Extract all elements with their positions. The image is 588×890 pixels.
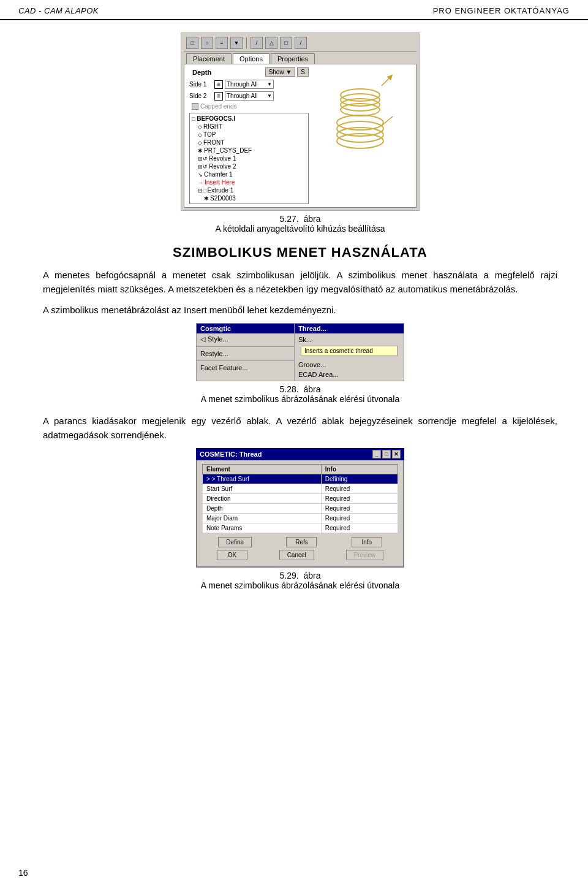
tree-item-front[interactable]: ◇FRONT <box>198 139 306 146</box>
tool-icon-rect[interactable]: □ <box>186 37 198 49</box>
tree-item-insert[interactable]: →Insert Here <box>198 178 306 186</box>
thread-panel: Thread... Sk... Inserts a cosmetic threa… <box>295 324 404 381</box>
sk-label: Sk... <box>298 336 312 343</box>
groove-item[interactable]: Groove... <box>295 360 404 370</box>
table-row[interactable]: Note ParamsRequired <box>203 523 398 533</box>
tool-icon-lines[interactable]: ≡ <box>216 37 228 49</box>
style-icon: ◁ <box>200 335 205 343</box>
info-cell: Required <box>321 514 398 523</box>
paragraph-1: A menetes befogócsapnál a menetet csak s… <box>43 268 557 297</box>
tool-icon-dropdown[interactable]: ▼ <box>230 37 243 49</box>
restyle-item[interactable]: Restyle... <box>197 348 294 359</box>
cancel-button[interactable]: Cancel <box>279 550 314 560</box>
side2-arrow: ▼ <box>267 93 272 99</box>
figure-2-menu: Cosmgtic ◁ Style... Restyle... Facet Fea… <box>196 323 404 381</box>
element-cell: Depth <box>203 504 322 514</box>
refs-button[interactable]: Refs <box>286 537 317 547</box>
capped-ends-label: Capped ends <box>200 103 237 110</box>
revolve1-icon: ⊞↺ <box>198 156 208 162</box>
fig3-body: Element Info > Thread SurfDefining Start… <box>196 460 404 568</box>
fig1-toolbar: □ ○ ≡ ▼ / △ □ / <box>184 36 417 51</box>
fig2-caption-text: A menet szimbolikus ábrázolásának elérés… <box>201 394 400 404</box>
thread-tooltip: Inserts a cosmetic thread <box>301 346 398 356</box>
tree-item-right[interactable]: ◇RIGHT <box>198 123 306 131</box>
tool-icon-circle[interactable]: ○ <box>201 37 213 49</box>
sk-item[interactable]: Sk... Inserts a cosmetic thread <box>295 335 404 360</box>
fig1-left-panel: Depth Show ▼ S Side 1 ⊞ Through All ▼ <box>189 67 309 204</box>
col-info-header: Info <box>321 465 398 474</box>
table-row[interactable]: DepthRequired <box>203 504 398 514</box>
paragraph-2: A szimbolikus menetábrázolást az Insert … <box>43 303 557 317</box>
tree-item-revolve2[interactable]: ⊞↺Revolve 2 <box>198 162 306 170</box>
tree-item-s2d[interactable]: ✱S2D0003 <box>204 194 306 202</box>
tool-icon-slash2[interactable]: / <box>295 37 307 49</box>
side2-dropdown[interactable]: Through All ▼ <box>225 91 274 101</box>
fig1-caption-num: 5.27. <box>280 214 299 224</box>
element-cell: Note Params <box>203 523 322 533</box>
table-row[interactable]: > Thread SurfDefining <box>203 474 398 484</box>
tree-item-chamfer[interactable]: ↘Chamfer 1 <box>198 170 306 178</box>
side2-row: Side 2 ⊞ Through All ▼ <box>189 91 309 101</box>
extrude-icon: ⊟□ <box>198 188 206 194</box>
tree-item-csys[interactable]: ✱PRT_CSYS_DEF <box>198 146 306 154</box>
preview-button[interactable]: Preview <box>346 550 384 560</box>
s-button[interactable]: S <box>297 67 309 77</box>
fig3-title-buttons: _ □ ✕ <box>372 450 401 458</box>
element-cell: Direction <box>203 494 322 504</box>
info-cell: Required <box>321 484 398 494</box>
figure-3-container: COSMETIC: Thread _ □ ✕ Element Info <box>43 448 557 590</box>
menu-sep1 <box>197 346 294 347</box>
fig1-right-panel <box>309 67 411 204</box>
ok-button[interactable]: OK <box>217 550 247 560</box>
capped-ends-checkbox[interactable] <box>192 103 198 110</box>
table-row[interactable]: Major DiamRequired <box>203 514 398 523</box>
side2-label: Side 2 <box>189 93 213 99</box>
style-item[interactable]: ◁ Style... <box>197 333 294 345</box>
menu-sep2 <box>197 360 294 361</box>
fig3-title: COSMETIC: Thread <box>200 451 262 458</box>
show-button[interactable]: Show ▼ <box>265 67 296 77</box>
maximize-button[interactable]: □ <box>382 450 391 458</box>
fig1-tabs: Placement Options Properties <box>184 51 417 64</box>
tree-item-top[interactable]: ◇TOP <box>198 131 306 139</box>
figure-2-container: Cosmgtic ◁ Style... Restyle... Facet Fea… <box>43 323 557 404</box>
tree-item-extrude[interactable]: ⊟□Extrude 1 <box>198 186 306 194</box>
tool-icon-square2[interactable]: □ <box>280 37 292 49</box>
figure-1-caption: 5.27. ábra A kétoldali anyageltávolító k… <box>215 214 385 234</box>
close-button[interactable]: ✕ <box>392 450 401 458</box>
page-header: CAD - CAM ALAPOK PRO ENGINEER OKTATÓANYA… <box>0 0 588 20</box>
thread-title: Thread... <box>295 324 404 333</box>
facet-item[interactable]: Facet Feature... <box>197 362 294 373</box>
info-button[interactable]: Info <box>352 537 382 547</box>
tab-placement[interactable]: Placement <box>186 53 232 64</box>
element-cell: > Thread Surf <box>203 474 322 484</box>
thread-table: Element Info > Thread SurfDefining Start… <box>202 464 398 533</box>
ecad-label: ECAD Area... <box>298 371 338 378</box>
element-cell: Major Diam <box>203 514 322 523</box>
fig3-btn-row2: OK Cancel Preview <box>202 550 398 560</box>
ecad-item[interactable]: ECAD Area... <box>295 370 404 379</box>
fig2-caption-word: ábra <box>303 384 320 394</box>
define-button[interactable]: Define <box>218 537 252 547</box>
csys-icon: ✱ <box>198 148 203 154</box>
top-icon: ◇ <box>198 132 202 138</box>
minimize-button[interactable]: _ <box>372 450 381 458</box>
tree-item-revolve1[interactable]: ⊞↺Revolve 1 <box>198 154 306 162</box>
tab-properties[interactable]: Properties <box>271 53 315 64</box>
thread-items: Sk... Inserts a cosmetic thread Groove..… <box>295 333 404 381</box>
tool-icon-triangle[interactable]: △ <box>265 37 277 49</box>
header-left: CAD - CAM ALAPOK <box>18 6 99 15</box>
side2-icon: ⊞ <box>214 92 223 101</box>
style-label: Style... <box>208 335 228 343</box>
restyle-label: Restyle... <box>200 350 228 357</box>
element-cell: Start Surf <box>203 484 322 494</box>
page-number: 16 <box>18 868 28 878</box>
section-title: SZIMBOLIKUS MENET HASZNÁLATA <box>43 245 557 261</box>
fig1-caption-word: ábra <box>303 214 320 224</box>
tab-options[interactable]: Options <box>233 53 270 64</box>
table-row[interactable]: Start SurfRequired <box>203 484 398 494</box>
cosmgtic-panel: Cosmgtic ◁ Style... Restyle... Facet Fea… <box>197 324 295 381</box>
table-row[interactable]: DirectionRequired <box>203 494 398 504</box>
tool-icon-slash[interactable]: / <box>251 37 263 49</box>
side1-dropdown[interactable]: Through All ▼ <box>225 80 274 89</box>
